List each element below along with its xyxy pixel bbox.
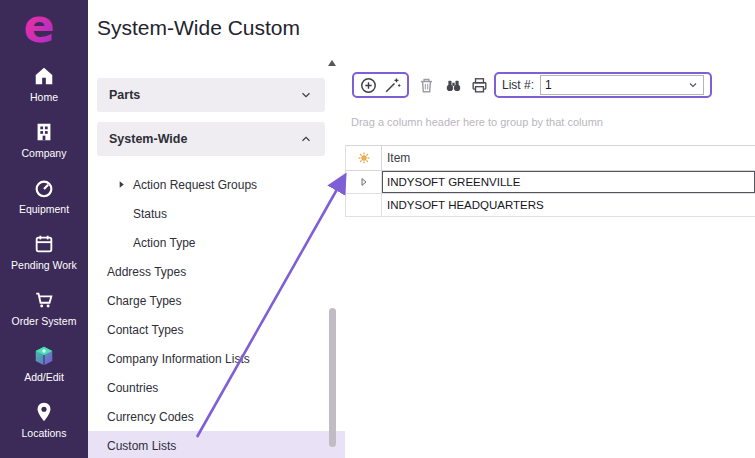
tree-item-status[interactable]: Status: [88, 199, 345, 228]
tree-item-label: Address Types: [107, 265, 186, 279]
tree-item-label: Status: [133, 207, 167, 221]
expand-triangle-icon[interactable]: [358, 176, 370, 188]
tree-item-label: Company Information Lists: [107, 352, 250, 366]
tree-item-label: Charge Types: [107, 294, 182, 308]
accordion-section-system-wide[interactable]: System-Wide: [97, 122, 325, 156]
tree-item-action-type[interactable]: Action Type: [88, 228, 345, 257]
tree-item-label: Countries: [107, 381, 158, 395]
print-button[interactable]: [470, 76, 489, 95]
map-pin-icon: [33, 401, 55, 423]
sidebar-item-company[interactable]: Company: [0, 112, 88, 168]
item-cell-text: INDYSOFT HEADQUARTERS: [387, 199, 544, 211]
accordion-section-parts[interactable]: Parts: [97, 78, 325, 112]
edit-wand-button[interactable]: [383, 76, 402, 95]
grid-customize-cell[interactable]: [346, 146, 382, 170]
tree-item-label: Action Request Groups: [133, 178, 257, 192]
add-edit-cube-icon: [33, 345, 55, 367]
row-expander-cell[interactable]: [346, 171, 382, 193]
list-number-dropdown[interactable]: 1: [540, 75, 704, 95]
sidebar-item-label: Add/Edit: [24, 371, 64, 383]
page-title: System-Wide Custom: [97, 16, 300, 40]
column-header-label: Item: [387, 151, 410, 165]
toolbar: List #: 1: [345, 72, 755, 100]
tree-item-action-request-groups[interactable]: Action Request Groups: [88, 170, 345, 199]
sidebar-item-locations[interactable]: Locations: [0, 392, 88, 448]
sidebar-nav: Home Company Equipment: [0, 56, 88, 448]
group-by-hint: Drag a column header here to group by th…: [351, 116, 603, 128]
home-icon: [33, 65, 55, 87]
tree-item-custom-lists[interactable]: Custom Lists: [88, 431, 345, 458]
sidebar-item-label: Pending Work: [11, 259, 77, 271]
tree-item-currency-codes[interactable]: Currency Codes: [88, 402, 345, 431]
scrollbar-thumb[interactable]: [329, 308, 336, 447]
row-expander-cell[interactable]: [346, 194, 382, 216]
sidebar-item-label: Company: [22, 147, 67, 159]
equipment-gauge-icon: [33, 177, 55, 199]
grid-header-row: Item: [346, 145, 755, 171]
category-panel: Parts System-Wide Action Request Groups …: [88, 58, 345, 458]
sidebar-item-add-edit[interactable]: Add/Edit: [0, 336, 88, 392]
content-panel: List #: 1 Drag a column header here to g…: [345, 58, 755, 458]
item-cell-text: INDYSOFT GREENVILLE: [387, 176, 520, 188]
sidebar-item-label: Order System: [12, 315, 77, 327]
sidebar-item-home[interactable]: Home: [0, 56, 88, 112]
chevron-down-icon: [299, 88, 313, 102]
sidebar-item-label: Locations: [22, 427, 67, 439]
tree-item-company-information-lists[interactable]: Company Information Lists: [88, 344, 345, 373]
company-icon: [33, 121, 55, 143]
sidebar-item-equipment[interactable]: Equipment: [0, 168, 88, 224]
tree-item-charge-types[interactable]: Charge Types: [88, 286, 345, 315]
sidebar-item-label: Equipment: [19, 203, 69, 215]
item-cell[interactable]: INDYSOFT GREENVILLE: [382, 171, 755, 193]
sidebar: e Home Company Equipment: [0, 0, 88, 458]
calendar-icon: [33, 233, 55, 255]
tree-item-label: Custom Lists: [107, 439, 176, 453]
tree-item-label: Currency Codes: [107, 410, 194, 424]
grid-row[interactable]: INDYSOFT HEADQUARTERS: [346, 194, 755, 217]
tree-item-label: Action Type: [133, 236, 195, 250]
scroll-up-icon[interactable]: [328, 60, 336, 66]
find-binoculars-button[interactable]: [444, 76, 463, 95]
list-number-label: List #:: [502, 78, 534, 92]
tree-item-label: Contact Types: [107, 323, 184, 337]
chevron-down-icon[interactable]: [687, 79, 699, 91]
chevron-up-icon: [299, 132, 313, 146]
panel-scrollbar[interactable]: [328, 58, 337, 458]
sun-options-icon[interactable]: [357, 151, 371, 165]
app-logo: e: [16, 2, 62, 52]
item-cell[interactable]: INDYSOFT HEADQUARTERS: [382, 194, 755, 216]
toolbar-highlight-add-group: [352, 72, 409, 98]
items-grid: Item INDYSOFT GREENVILLE INDYSOFT HEADQU…: [345, 145, 755, 217]
tree-item-address-types[interactable]: Address Types: [88, 257, 345, 286]
accordion-section-label: System-Wide: [109, 132, 187, 146]
chevron-right-icon: [116, 179, 127, 190]
grid-row[interactable]: INDYSOFT GREENVILLE: [346, 171, 755, 194]
accordion-section-label: Parts: [109, 88, 140, 102]
sidebar-item-order-system[interactable]: Order System: [0, 280, 88, 336]
tree-item-contact-types[interactable]: Contact Types: [88, 315, 345, 344]
svg-text:e: e: [23, 2, 54, 52]
sidebar-item-label: Home: [30, 91, 58, 103]
cart-icon: [33, 289, 55, 311]
column-header-item[interactable]: Item: [382, 146, 755, 170]
add-item-button[interactable]: [359, 76, 378, 95]
sidebar-item-pending-work[interactable]: Pending Work: [0, 224, 88, 280]
toolbar-highlight-list-group: List #: 1: [494, 72, 712, 98]
delete-button[interactable]: [417, 76, 436, 95]
category-tree: Action Request Groups Status Action Type…: [88, 170, 345, 458]
list-number-value: 1: [545, 78, 687, 92]
tree-item-countries[interactable]: Countries: [88, 373, 345, 402]
